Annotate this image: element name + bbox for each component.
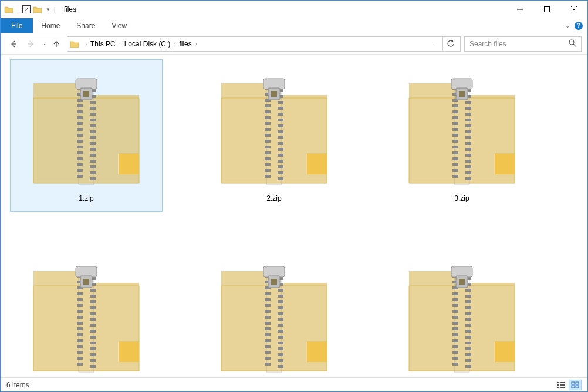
address-bar[interactable]: › This PC › Local Disk (C:) › files › ⌄: [67, 36, 461, 52]
qat-folder-icon[interactable]: [33, 5, 42, 13]
zip-folder-icon: [403, 256, 521, 377]
file-item[interactable]: 5.zip: [198, 247, 350, 377]
svg-rect-46: [560, 382, 565, 383]
zip-folder-icon: [215, 69, 333, 192]
svg-point-43: [569, 40, 574, 45]
ribbon-tab-home[interactable]: Home: [33, 18, 68, 33]
nav-up-button[interactable]: [49, 37, 63, 51]
help-icon[interactable]: ?: [575, 22, 583, 30]
nav-back-button[interactable]: [6, 37, 21, 51]
file-grid[interactable]: 1.zip2.zip3.zip4.zip5.zip6.zip: [1, 55, 587, 377]
maximize-button[interactable]: [533, 1, 560, 18]
zip-folder-icon: [28, 69, 145, 192]
address-folder-icon: [70, 40, 79, 48]
ribbon-tabs: File Home Share View ⌄ ?: [1, 18, 587, 33]
app-folder-icon: [4, 5, 13, 13]
file-item[interactable]: 2.zip: [198, 59, 350, 212]
nav-forward-button[interactable]: [24, 37, 38, 51]
svg-rect-37: [545, 7, 550, 12]
file-item[interactable]: 3.zip: [386, 59, 538, 212]
title-bar: | ✓ ▼ | files: [1, 1, 587, 18]
view-large-icons-button[interactable]: [569, 380, 582, 390]
ribbon-tab-file[interactable]: File: [1, 18, 33, 33]
status-text: 6 items: [6, 381, 29, 389]
window-title: files: [64, 5, 76, 13]
close-button[interactable]: [560, 1, 587, 18]
file-label: 1.zip: [79, 194, 93, 202]
address-history-dropdown-icon[interactable]: ⌄: [432, 41, 437, 46]
file-label: 2.zip: [266, 194, 281, 202]
zip-folder-icon: [403, 69, 521, 192]
svg-rect-48: [560, 384, 565, 386]
search-placeholder: Search files: [469, 40, 506, 48]
zip-folder-icon: [215, 256, 333, 377]
file-item[interactable]: 4.zip: [10, 247, 163, 377]
navigation-row: ⌄ › This PC › Local Disk (C:) › files › …: [1, 33, 587, 55]
zip-folder-icon: [28, 256, 145, 377]
minimize-button[interactable]: [506, 1, 533, 18]
search-input[interactable]: Search files: [464, 36, 582, 52]
status-bar: 6 items: [1, 377, 587, 391]
crumb-sep-icon[interactable]: ›: [85, 41, 87, 47]
crumb-sep-icon[interactable]: ›: [119, 41, 121, 47]
svg-rect-54: [576, 386, 579, 388]
qat-separator: |: [17, 6, 19, 13]
crumb-sep-icon[interactable]: ›: [195, 41, 197, 47]
svg-rect-52: [576, 382, 579, 384]
crumb-files[interactable]: files: [179, 40, 191, 48]
qat-separator-2: |: [54, 6, 56, 13]
file-item[interactable]: 6.zip: [386, 247, 538, 377]
qat-properties-toggle[interactable]: ✓: [22, 5, 31, 13]
ribbon-expand-icon[interactable]: ⌄: [565, 22, 570, 29]
svg-rect-45: [557, 382, 559, 383]
crumb-this-pc[interactable]: This PC: [90, 40, 116, 48]
svg-rect-47: [557, 384, 559, 386]
svg-rect-50: [560, 387, 565, 388]
search-icon: [568, 39, 576, 49]
crumb-sep-icon[interactable]: ›: [174, 41, 175, 47]
crumb-local-disk[interactable]: Local Disk (C:): [124, 40, 171, 48]
svg-rect-51: [572, 382, 575, 384]
svg-rect-49: [557, 387, 559, 388]
view-details-button[interactable]: [555, 380, 567, 390]
ribbon-tab-view[interactable]: View: [103, 18, 135, 33]
file-item[interactable]: 1.zip: [10, 59, 163, 212]
refresh-button[interactable]: [442, 37, 458, 51]
nav-recent-dropdown-icon[interactable]: ⌄: [42, 41, 46, 46]
qat-dropdown-icon[interactable]: ▼: [46, 7, 50, 12]
ribbon-tab-share[interactable]: Share: [68, 18, 103, 33]
file-label: 3.zip: [454, 194, 469, 202]
svg-rect-53: [572, 386, 575, 388]
svg-line-44: [573, 44, 576, 46]
